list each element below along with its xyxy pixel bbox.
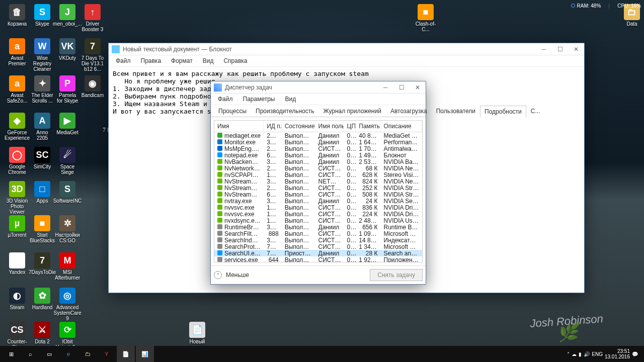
desktop-icon[interactable]: ▶MediaGet (55, 113, 79, 135)
task-view-icon[interactable]: ▭ (40, 346, 58, 362)
start-button[interactable]: ⊞ (2, 346, 20, 362)
desktop-icon[interactable]: Jmen_oboi_... (55, 4, 79, 27)
maximize-button[interactable]: ☐ (393, 81, 410, 94)
desktop-icon[interactable]: 3D3D Vision Photo Viewer (5, 181, 29, 215)
desktop-icon[interactable]: ✲Настройки CS:GO (55, 215, 79, 243)
network-icon[interactable]: ▮ (579, 351, 582, 357)
desktop-icon[interactable]: AAnno 2205 (30, 113, 54, 141)
table-row[interactable]: notepad.exe6636ВыполняетсяДаниил001 492 … (214, 152, 422, 158)
table-row[interactable]: nvvsvc.exe1148ВыполняетсяСИСТЕМА00836 КN… (214, 204, 422, 211)
yandex-icon[interactable]: Y (98, 346, 116, 362)
end-task-button[interactable]: Снять задачу (370, 269, 423, 281)
column-header[interactable]: ЦП (344, 121, 356, 132)
minimize-button[interactable]: ─ (536, 43, 552, 55)
table-header[interactable]: ИмяИД п...СостояниеИмя польз...ЦППамять … (214, 121, 422, 132)
taskmgr-titlebar[interactable]: Диспетчер задач ─ ☐ ✕ (211, 81, 426, 94)
menu-item[interactable]: Вид (200, 56, 217, 65)
table-row[interactable]: NvStreamUserAgent...6284ВыполняетсяСИСТЕ… (214, 191, 422, 198)
notepad-titlebar[interactable]: Новый текстовый документ — Блокнот ─ ☐ ✕ (109, 43, 584, 55)
chevron-up-icon[interactable]: ˄ (214, 271, 222, 279)
minimize-button[interactable]: ─ (377, 81, 393, 94)
desktop-icon[interactable]: MMSI Afterburner (55, 252, 79, 281)
maximize-button[interactable]: ☐ (552, 43, 568, 55)
table-row[interactable]: SearchUI.exe7144Приостановл...Даниил0028… (214, 250, 422, 256)
table-row[interactable]: NvNetworkService.exe2204ВыполняетсяСИСТЕ… (214, 165, 422, 171)
column-header[interactable]: Описание (381, 121, 422, 132)
desktop-icon[interactable]: ■Start BlueStacks (30, 215, 54, 243)
table-row[interactable]: NvStreamNetworkSe...3488ВыполняетсяNETWO… (214, 178, 422, 185)
desktop-icon[interactable]: ☄Space Siege (55, 147, 79, 175)
menu-item[interactable]: Правка (138, 56, 165, 65)
taskbar[interactable]: ⊞ ⌕ ▭ e 🗀 Y 📄 📊 ˄ ☁ ▮ 🔊 ENG 23:51 13.01.… (0, 346, 644, 362)
desktop-icon[interactable]: PPamela for Skype (55, 75, 79, 104)
table-body[interactable]: mediaget.exe2600ВыполняетсяДаниил0040 81… (214, 132, 422, 262)
tab-3[interactable]: Автозагрузка (386, 105, 432, 117)
close-button[interactable]: ✕ (410, 81, 426, 94)
table-row[interactable]: mediaget.exe2600ВыполняетсяДаниил0040 81… (214, 132, 422, 139)
table-row[interactable]: services.exe644ВыполняетсяСИСТЕМА001 920… (214, 256, 422, 262)
tab-6[interactable]: С... (526, 105, 545, 117)
menu-item[interactable]: Файл (215, 95, 236, 104)
column-header[interactable]: Состояние (282, 121, 315, 132)
column-header[interactable]: ИД п... (264, 121, 282, 132)
language-indicator[interactable]: ENG (592, 351, 603, 357)
desktop-icon[interactable]: 77 Days To Die V13.1 b12 6... (80, 38, 105, 72)
table-row[interactable]: SearchIndexer.exe3888ВыполняетсяСИСТЕМА0… (214, 237, 422, 243)
column-header[interactable]: Имя польз... (315, 121, 344, 132)
table-row[interactable]: NvBackend.exe3156ВыполняетсяДаниил002 53… (214, 158, 422, 165)
close-button[interactable]: ✕ (568, 43, 584, 55)
desktop-icon[interactable]: ◎Advanced SystemCare 9 (55, 288, 79, 321)
menu-item[interactable]: Файл (113, 56, 134, 65)
menu-item[interactable]: Вид (282, 95, 299, 104)
table-row[interactable]: NvStreamService.exe2172ВыполняетсяСИСТЕМ… (214, 185, 422, 191)
taskmgr-task-icon[interactable]: 📊 (136, 346, 154, 362)
column-header[interactable]: Память (ч... (356, 121, 380, 132)
notifications-icon[interactable]: 💬 (632, 351, 638, 357)
clock[interactable]: 23:51 13.01.2016 (605, 348, 630, 359)
table-row[interactable]: SearchFilterHost.exe888ВыполняетсяСИСТЕМ… (214, 230, 422, 237)
menu-item[interactable]: Формат (168, 56, 196, 65)
search-icon[interactable]: ⌕ (21, 346, 39, 362)
file-explorer-icon[interactable]: 🗀 (78, 346, 97, 362)
table-row[interactable]: SearchProtocolHost...7880ВыполняетсяСИСТ… (214, 243, 422, 250)
desktop-icon[interactable]: YYandex (5, 252, 29, 275)
table-row[interactable]: RuntimeBroker.exe3832ВыполняетсяДаниил00… (214, 224, 422, 230)
desktop-icon[interactable]: ◆GeForce Experience (5, 113, 29, 141)
tab-5[interactable]: Подробности (480, 106, 526, 117)
table-row[interactable]: MsMpEng.exe2108ВыполняетсяСИСТЕМА001 708… (214, 145, 422, 152)
onedrive-icon[interactable]: ☁ (572, 351, 577, 357)
tab-1[interactable]: Производительность (251, 105, 318, 117)
column-header[interactable]: Имя (214, 121, 264, 132)
edge-icon[interactable]: e (59, 346, 77, 362)
table-row[interactable]: Monitor.exe3472ВыполняетсяДаниил001 640 … (214, 139, 422, 145)
tab-0[interactable]: Процессы (214, 105, 251, 117)
table-row[interactable]: nvtray.exe3580ВыполняетсяДаниил0024 КNVI… (214, 198, 422, 204)
table-row[interactable]: nvSCPAPISvr.exe1156ВыполняетсяСИСТЕМА006… (214, 171, 422, 178)
desktop-icon[interactable]: ✿Hardland (30, 288, 54, 310)
desktop-icon[interactable]: 77DaysToDie (30, 252, 54, 275)
desktop-icon[interactable]: ◯Google Chrome (5, 147, 29, 175)
table-row[interactable]: nvvsvc.exe1188ВыполняетсяСИСТЕМА00224 КN… (214, 211, 422, 217)
desktop-icon[interactable]: 🗑Корзина (5, 4, 29, 27)
less-details-button[interactable]: Меньше (226, 272, 249, 279)
tray-chevron-icon[interactable]: ˄ (567, 351, 570, 357)
desktop-icon[interactable]: µµTorrent (5, 215, 29, 238)
desktop-icon[interactable]: ↑Driver Booster 3 (80, 4, 105, 32)
notepad-task-icon[interactable]: 📄 (117, 346, 135, 362)
desktop-icon[interactable]: aAvast SafeZo... (5, 75, 29, 104)
menu-item[interactable]: Справка (220, 56, 250, 65)
system-tray[interactable]: ˄ ☁ ▮ 🔊 ENG 23:51 13.01.2016 💬 (567, 348, 642, 359)
volume-icon[interactable]: 🔊 (584, 351, 590, 357)
desktop-icon[interactable]: WWise Registry Cleaner (30, 38, 54, 72)
desktop-icon[interactable]: aAvast Premier (5, 38, 29, 66)
table-row[interactable]: nvxdsync.exe1180ВыполняетсяСИСТЕМА002 48… (214, 217, 422, 224)
desktop-icon[interactable]: SSoftwareINC (55, 181, 79, 204)
desktop-icon[interactable]: ■Clash-of-C... (414, 4, 438, 32)
desktop-icon[interactable]: ⚔Dota 2 (30, 322, 54, 344)
desktop-icon[interactable]: SCSimCity (30, 147, 54, 169)
desktop-icon[interactable]: VKVKDuty (55, 38, 79, 61)
tab-2[interactable]: Журнал приложений (319, 105, 386, 117)
desktop-icon[interactable]: □Apps (30, 181, 54, 204)
desktop-icon[interactable]: ✦The Elder Scrolls ... (30, 75, 54, 104)
tab-4[interactable]: Пользователи (432, 105, 480, 117)
